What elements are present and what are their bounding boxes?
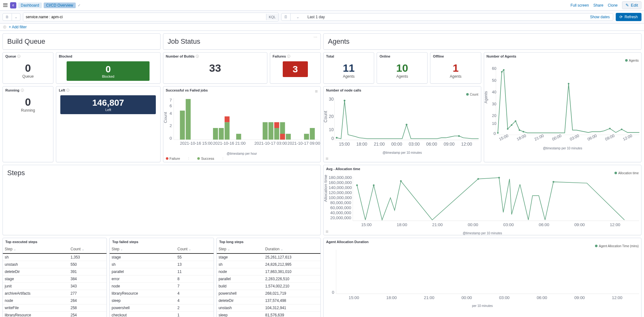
panel-options-icon[interactable]: ⋯	[312, 35, 319, 39]
chart-svg: Allocation time 180,000,000160,000,00014…	[324, 173, 641, 231]
table-row: junit343	[3, 282, 106, 290]
svg-text:60,000,000: 60,000,000	[330, 205, 351, 210]
metric-left: Lefti 146,807Left	[56, 86, 160, 162]
breadcrumb-cicd[interactable]: CI/CD Overview	[44, 3, 76, 8]
search-datasrc[interactable]: 🗎 ⌄	[3, 13, 20, 21]
table-row: parallel11	[110, 268, 213, 275]
table-row: error8	[110, 275, 213, 282]
svg-text:Agents: Agents	[484, 91, 488, 103]
svg-point-67	[458, 135, 460, 137]
index-icon: 🗎	[3, 14, 12, 20]
dashboard-grid: Build Queue ⋯ Job Status Agents Queuei 0…	[0, 31, 644, 317]
chart-svg: Count 3020100 15:0018:0021:0000:0003:000…	[324, 94, 481, 151]
svg-text:12:00: 12:00	[612, 295, 622, 300]
sort-icon[interactable]: ⌄	[188, 247, 191, 251]
svg-point-90	[400, 180, 401, 182]
svg-point-64	[344, 100, 346, 102]
table-row: stage55	[110, 253, 213, 261]
table-row: sh24,826,212,995	[217, 261, 320, 268]
check-icon: ✓	[78, 3, 81, 8]
svg-point-15	[515, 120, 516, 122]
svg-rect-45	[274, 128, 279, 140]
search-input[interactable]	[23, 13, 266, 21]
sort-icon[interactable]: ⌄	[82, 247, 84, 251]
metric-failures: Failuresi 3	[270, 52, 321, 84]
svg-text:00:00: 00:00	[461, 295, 472, 300]
svg-rect-39	[213, 128, 218, 140]
info-icon[interactable]: i	[196, 55, 199, 58]
refresh-icon: ⟳	[619, 15, 623, 19]
svg-text:2: 2	[169, 123, 172, 128]
info-icon[interactable]: i	[66, 89, 69, 92]
panel-title: Steps	[3, 165, 320, 181]
panel-title: Job Status	[163, 34, 321, 49]
legend-menu-icon[interactable]: ⋮	[185, 157, 192, 161]
table-row: stage25,261,127,613	[217, 253, 320, 261]
clone-link[interactable]: Clone	[608, 3, 618, 8]
table-row: deleteDir391	[3, 268, 106, 275]
svg-text:30: 30	[492, 102, 496, 106]
info-icon[interactable]: i	[17, 55, 20, 58]
refresh-button[interactable]: ⟳ Refresh	[616, 13, 641, 21]
avatar[interactable]: e	[10, 2, 16, 8]
chart-svg: 0 15:0018:0021:0000:0003:0006:0009:0012:…	[324, 246, 641, 304]
add-filter-link[interactable]: + Add filter	[9, 25, 27, 29]
svg-rect-38	[186, 99, 191, 140]
menu-icon[interactable]	[3, 3, 8, 8]
svg-text:12:00: 12:00	[461, 142, 472, 147]
date-picker[interactable]: 🗓 ⌄ Last 1 day Show dates	[281, 13, 613, 21]
table-row: deleteDir137,574,498	[217, 297, 320, 304]
svg-text:140,000,000: 140,000,000	[329, 185, 352, 190]
kql-badge[interactable]: KQL	[266, 14, 278, 20]
svg-rect-47	[286, 134, 291, 139]
chart-legend-icon[interactable]: ≣	[325, 156, 329, 161]
svg-text:00:00: 00:00	[391, 142, 402, 147]
svg-text:2021-10-17 09:00: 2021-10-17 09:00	[287, 141, 320, 146]
filter-bar: ⊕ + Add filter	[0, 24, 644, 31]
edit-button[interactable]: ✎ Edit	[622, 1, 641, 9]
svg-text:40,000,000: 40,000,000	[330, 210, 351, 215]
svg-point-65	[406, 124, 407, 126]
svg-text:0: 0	[332, 290, 334, 295]
sort-icon[interactable]: ⌄	[14, 247, 16, 251]
svg-text:03:00: 03:00	[409, 142, 420, 147]
svg-point-11	[501, 71, 502, 73]
sort-icon[interactable]: ⌄	[281, 247, 283, 251]
svg-text:100,000,000: 100,000,000	[329, 195, 352, 200]
table-row: sleep4	[110, 297, 213, 304]
info-icon[interactable]: i	[287, 55, 290, 58]
table-row: powershell2	[110, 304, 213, 311]
chart-legend-icon[interactable]: ≣	[315, 89, 318, 93]
table-row: sh13	[110, 261, 213, 268]
panel-agents: Agents	[323, 33, 641, 50]
filter-menu-icon[interactable]: ⊕	[3, 25, 6, 29]
panel-steps: Steps	[3, 165, 321, 235]
sort-icon[interactable]: ⌄	[120, 247, 123, 251]
table-row: libraryResource4	[110, 290, 213, 297]
table-row: writeFile258	[3, 304, 106, 311]
svg-point-16	[519, 129, 520, 131]
show-dates-link[interactable]: Show dates	[590, 15, 613, 19]
breadcrumb-dashboard[interactable]: Dashboard	[18, 3, 42, 8]
info-icon[interactable]: i	[21, 89, 24, 92]
svg-text:2021-10-17 03:00: 2021-10-17 03:00	[254, 141, 287, 146]
legend-menu-icon[interactable]: ⋮	[219, 157, 226, 161]
sort-icon[interactable]: ⌄	[227, 247, 230, 251]
chart-avg-allocation: Avg - Allocation time Allocation time Al…	[323, 165, 641, 235]
svg-text:80,000,000: 80,000,000	[330, 200, 351, 205]
panel-build-queue: Build Queue	[3, 33, 161, 50]
svg-point-14	[511, 124, 512, 126]
svg-text:21:00: 21:00	[432, 223, 443, 227]
svg-text:40: 40	[492, 90, 496, 94]
fullscreen-link[interactable]: Full screen	[570, 3, 589, 8]
svg-text:18:00: 18:00	[386, 295, 397, 300]
svg-point-10	[497, 132, 499, 134]
chart-legend-icon[interactable]: ≣	[325, 229, 329, 234]
svg-text:20: 20	[492, 114, 496, 118]
svg-text:18:00: 18:00	[356, 142, 367, 147]
calendar-icon: 🗓	[281, 14, 291, 20]
metric-queue: Queuei 0Queue	[3, 52, 53, 84]
share-link[interactable]: Share	[593, 3, 603, 8]
chart-legend: Failure ⋮ Success ⋮	[163, 155, 321, 162]
svg-text:06:00: 06:00	[537, 295, 547, 300]
